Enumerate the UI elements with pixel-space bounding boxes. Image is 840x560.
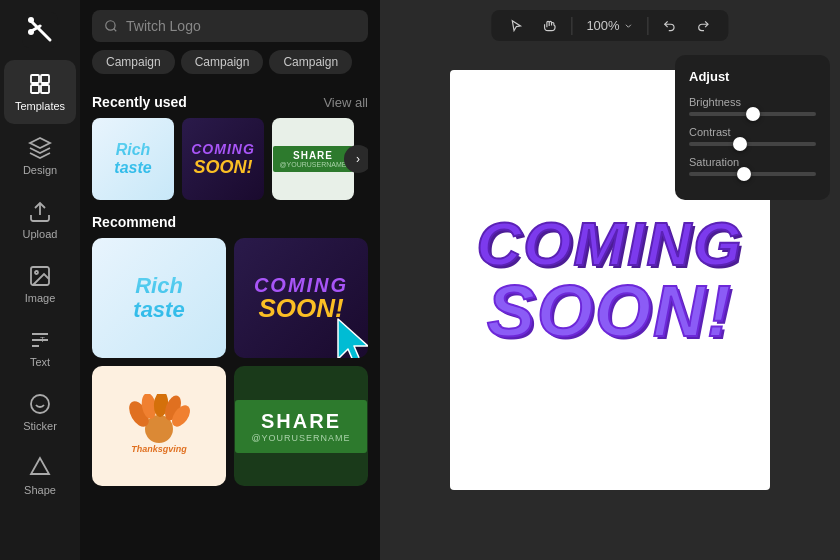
- sidebar-item-design-label: Design: [23, 164, 57, 176]
- sidebar-item-text-label: Text: [30, 356, 50, 368]
- svg-rect-8: [41, 85, 49, 93]
- canvas-area: 100% COMING SOON! Adjust B: [380, 0, 840, 560]
- undo-icon: [663, 19, 677, 33]
- svg-point-16: [106, 21, 115, 30]
- brightness-thumb[interactable]: [746, 107, 760, 121]
- sidebar-item-text[interactable]: T Text: [4, 316, 76, 380]
- design-icon: [28, 136, 52, 160]
- chevron-down-icon: [624, 21, 634, 31]
- recent-share[interactable]: SHARE @YOURUSERNAME: [272, 118, 354, 200]
- rec-share-big[interactable]: SHARE @YOURUSERNAME: [234, 366, 368, 486]
- redo-icon: [697, 19, 711, 33]
- sidebar-item-shape[interactable]: Shape: [4, 444, 76, 508]
- hand-tool-btn[interactable]: [537, 17, 563, 35]
- brightness-slider[interactable]: [689, 112, 816, 116]
- saturation-slider[interactable]: [689, 172, 816, 176]
- svg-rect-5: [31, 75, 39, 83]
- sidebar-item-image[interactable]: Image: [4, 252, 76, 316]
- sidebar-item-design[interactable]: Design: [4, 124, 76, 188]
- cursor-tool-icon: [509, 19, 523, 33]
- adjust-title: Adjust: [689, 69, 816, 84]
- saturation-label: Saturation: [689, 156, 816, 168]
- adjust-panel: Adjust Brightness Contrast Saturation: [675, 55, 830, 200]
- svg-text:T: T: [40, 335, 45, 344]
- select-tool-btn[interactable]: [503, 17, 529, 35]
- svg-rect-7: [31, 85, 39, 93]
- upload-icon: [28, 200, 52, 224]
- undo-btn[interactable]: [657, 17, 683, 35]
- chip-1[interactable]: Campaign: [92, 50, 175, 74]
- chip-2[interactable]: Campaign: [181, 50, 264, 74]
- svg-line-17: [114, 29, 117, 32]
- svg-marker-18: [338, 319, 368, 358]
- canvas-toolbar: 100%: [491, 10, 728, 41]
- brightness-row: Brightness: [689, 96, 816, 116]
- zoom-control[interactable]: 100%: [580, 16, 639, 35]
- sidebar-item-upload-label: Upload: [23, 228, 58, 240]
- sidebar-item-sticker[interactable]: Sticker: [4, 380, 76, 444]
- rec-rich-taste[interactable]: Richtaste: [92, 238, 226, 358]
- sidebar-item-upload[interactable]: Upload: [4, 188, 76, 252]
- filter-chips: Campaign Campaign Campaign: [80, 50, 380, 82]
- hand-tool-icon: [543, 19, 557, 33]
- share-big-username: @YOURUSERNAME: [251, 433, 350, 443]
- app-logo: [18, 8, 62, 52]
- contrast-row: Contrast: [689, 126, 816, 146]
- saturation-row: Saturation: [689, 156, 816, 176]
- recently-used-row: Richtaste COMING SOON! SHARE @YOURUSERNA…: [92, 118, 368, 200]
- svg-rect-6: [41, 75, 49, 83]
- sidebar-item-templates-label: Templates: [15, 100, 65, 112]
- svg-point-11: [35, 271, 38, 274]
- svg-text:Thanksgving: Thanksgving: [131, 444, 187, 454]
- search-icon: [104, 19, 118, 33]
- svg-point-13: [31, 395, 49, 413]
- coming-soon-line1: COMING: [477, 213, 744, 275]
- share-text-sm: SHARE: [279, 150, 346, 161]
- sidebar-item-sticker-label: Sticker: [23, 420, 57, 432]
- image-icon: [28, 264, 52, 288]
- toolbar-divider-2: [648, 17, 649, 35]
- search-input[interactable]: Twitch Logo: [126, 18, 356, 34]
- contrast-label: Contrast: [689, 126, 816, 138]
- sidebar-item-image-label: Image: [25, 292, 56, 304]
- coming-soon-sub-sm: SOON!: [193, 158, 252, 176]
- recently-used-title: Recently used: [92, 94, 187, 110]
- next-arrow[interactable]: ›: [344, 145, 368, 173]
- svg-point-3: [28, 17, 34, 23]
- text-icon: T: [28, 328, 52, 352]
- recent-rich-taste[interactable]: Richtaste: [92, 118, 174, 200]
- share-big-text: SHARE: [251, 410, 350, 433]
- cursor-arrow: [334, 317, 368, 358]
- contrast-slider[interactable]: [689, 142, 816, 146]
- coming-soon-main-display: COMING SOON!: [477, 213, 744, 347]
- contrast-thumb[interactable]: [733, 137, 747, 151]
- sidebar-item-templates[interactable]: Templates: [4, 60, 76, 124]
- recommend-header: Recommend: [92, 214, 368, 230]
- rich-taste-text-sm: Richtaste: [114, 141, 151, 176]
- saturation-thumb[interactable]: [737, 167, 751, 181]
- recommend-title: Recommend: [92, 214, 176, 230]
- templates-icon: [28, 72, 52, 96]
- sidebar-item-shape-label: Shape: [24, 484, 56, 496]
- coming-soon-line2: SOON!: [477, 275, 744, 347]
- shape-icon: [28, 456, 52, 480]
- panel-content: Recently used View all Richtaste COMING …: [80, 82, 380, 560]
- rec-thanksgiving[interactable]: Thanksgving: [92, 366, 226, 486]
- rich-taste-big-text: Richtaste: [133, 274, 184, 322]
- recently-used-header: Recently used View all: [92, 94, 368, 110]
- coming-soon-big-line2: SOON!: [258, 295, 343, 321]
- share-username-sm: @YOURUSERNAME: [279, 161, 346, 168]
- recent-coming-soon[interactable]: COMING SOON!: [182, 118, 264, 200]
- rec-coming-soon[interactable]: COMING SOON!: [234, 238, 368, 358]
- coming-soon-big-line1: COMING: [254, 275, 348, 295]
- toolbar-divider-1: [571, 17, 572, 35]
- coming-soon-text-sm: COMING: [191, 142, 255, 157]
- thanksgiving-graphic: Thanksgving: [119, 394, 199, 454]
- view-all-link[interactable]: View all: [323, 95, 368, 110]
- redo-btn[interactable]: [691, 17, 717, 35]
- sticker-icon: [28, 392, 52, 416]
- svg-point-4: [28, 29, 34, 35]
- chip-3[interactable]: Campaign: [269, 50, 352, 74]
- search-bar[interactable]: Twitch Logo: [92, 10, 368, 42]
- recommend-grid: Richtaste COMING SOON!: [92, 238, 368, 486]
